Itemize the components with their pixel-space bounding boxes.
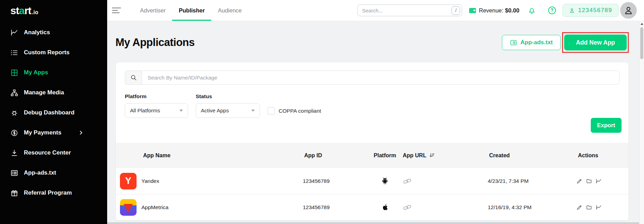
coppa-label: COPPA compliant: [279, 108, 321, 114]
sidebar-item-referral-program[interactable]: Referral Program: [0, 183, 107, 203]
wallet-icon: [469, 8, 476, 13]
sidebar-item-manage-media[interactable]: Manage Media: [0, 83, 107, 103]
logo-text-rest: rt: [24, 5, 31, 16]
platform-label: Platform: [125, 93, 188, 100]
app-ads-txt-button[interactable]: App-ads.txt: [502, 35, 561, 50]
revenue-indicator: Revenue: $0.00: [469, 7, 519, 14]
sidebar-item-custom-reports[interactable]: Custom Reports: [0, 43, 107, 63]
sidebar-item-label: Manage Media: [24, 89, 64, 96]
table-row[interactable]: Y Yandex 123456789 4/23/21, 7:34 PM: [116, 168, 628, 194]
actions-cell: [575, 204, 628, 211]
scrollbar-thumb[interactable]: [640, 27, 643, 59]
sort-descending-icon[interactable]: [429, 152, 435, 159]
created-cell: 4/23/21, 7:34 PM: [487, 178, 575, 184]
sidebar-item-analytics[interactable]: Analytics: [0, 22, 107, 43]
caret-down-icon: [251, 110, 255, 112]
android-icon: [381, 176, 389, 186]
app-url-cell: [399, 203, 487, 212]
sidebar-item-debug-dashboard[interactable]: Debug Dashboard: [0, 103, 107, 123]
scroll-up-arrow[interactable]: [640, 21, 644, 27]
logo-accent: a: [19, 5, 25, 16]
link-icon[interactable]: [402, 177, 487, 185]
tab-audience[interactable]: Audience: [211, 0, 248, 21]
caret-down-icon: [179, 110, 183, 112]
grid-icon: [10, 69, 18, 77]
logo-tld: .io: [32, 9, 38, 15]
column-header-app-id[interactable]: App ID: [302, 152, 371, 159]
tab-publisher[interactable]: Publisher: [172, 0, 211, 21]
coppa-checkbox[interactable]: [268, 107, 275, 114]
sidebar-item-app-ads-txt[interactable]: App-ads.txt: [0, 163, 107, 183]
platform-cell: [371, 203, 399, 212]
column-header-created[interactable]: Created: [487, 152, 575, 159]
gift-icon: [10, 189, 18, 197]
column-header-app-url[interactable]: App URL: [399, 152, 487, 159]
app-icon-yandex: Y: [120, 173, 137, 189]
sidebar-item-resource-center[interactable]: Resource Center: [0, 143, 107, 163]
apple-icon: [381, 203, 389, 212]
startio-logo[interactable]: start.io: [10, 5, 38, 17]
sidebar-item-label: Referral Program: [24, 189, 72, 196]
header-actions: App-ads.txt Add New App: [502, 32, 629, 53]
line-chart-icon: [10, 29, 18, 37]
export-row: Export: [123, 118, 622, 133]
sidebar-item-label: Resource Center: [24, 149, 71, 156]
vertical-scrollbar[interactable]: [639, 21, 644, 224]
avatar[interactable]: [620, 2, 637, 19]
notifications-bell-icon[interactable]: [528, 6, 536, 15]
folder-icon[interactable]: [586, 178, 592, 184]
filter-row: Platform All Platforms Status Active App…: [125, 93, 619, 118]
apps-search-input[interactable]: [142, 71, 619, 84]
user-id-button[interactable]: 123456789: [562, 4, 619, 17]
sidebar-item-my-apps[interactable]: My Apps: [0, 63, 107, 83]
platform-select[interactable]: All Platforms: [125, 103, 188, 118]
dollar-circle-icon: [10, 129, 18, 137]
status-selected-value: Active Apps: [201, 108, 229, 114]
list-icon: [10, 49, 18, 57]
download-icon: [10, 149, 18, 157]
horizontal-scrollbar[interactable]: [107, 222, 639, 224]
status-filter-group: Status Active Apps: [196, 93, 260, 118]
status-select[interactable]: Active Apps: [196, 103, 260, 118]
sidebar-item-my-payments[interactable]: My Payments: [0, 123, 107, 143]
edit-pencil-icon[interactable]: [576, 178, 582, 184]
applications-panel: Platform All Platforms Status Active App…: [115, 62, 629, 221]
logo-text: st: [10, 5, 19, 16]
app-icon-appmetrica: [120, 199, 137, 216]
folder-icon[interactable]: [586, 204, 592, 211]
actions-cell: [575, 178, 628, 184]
edit-pencil-icon[interactable]: [576, 204, 582, 211]
sidebar-nav: Analytics Custom Reports My Apps Manage …: [0, 22, 107, 203]
app-url-cell: [399, 177, 487, 185]
app-id-cell: 123456789: [302, 178, 371, 184]
bug-icon: [10, 109, 18, 117]
column-header-app-url-label: App URL: [403, 152, 426, 159]
sidebar-item-label: Custom Reports: [24, 49, 69, 56]
sidebar-item-label: My Payments: [24, 129, 62, 136]
list-box-icon: [10, 169, 18, 177]
tab-advertiser[interactable]: Advertiser: [133, 0, 172, 21]
status-label: Status: [196, 93, 260, 100]
stats-chart-icon[interactable]: [596, 178, 602, 184]
column-header-app-name[interactable]: App Name: [116, 152, 302, 159]
link-icon[interactable]: [402, 203, 487, 212]
revenue-amount: $0.00: [505, 7, 519, 14]
red-highlight-annotation: Add New App: [562, 32, 629, 53]
app-name: AppMetrica: [141, 204, 168, 211]
app-name-cell: Y Yandex: [116, 173, 302, 189]
chevron-right-icon: [79, 131, 83, 135]
sidebar-item-label: App-ads.txt: [24, 169, 56, 176]
menu-icon[interactable]: [112, 6, 121, 15]
app-name: Yandex: [141, 178, 159, 184]
stats-chart-icon[interactable]: [596, 204, 602, 211]
search-icon: [125, 71, 142, 84]
column-header-actions: Actions: [575, 152, 628, 159]
global-search-input[interactable]: [362, 8, 451, 13]
platform-cell: [371, 176, 399, 186]
help-icon[interactable]: [548, 6, 557, 15]
export-button[interactable]: Export: [591, 118, 622, 133]
platform-selected-value: All Platforms: [130, 108, 160, 114]
column-header-platform[interactable]: Platform: [371, 152, 399, 159]
add-new-app-button[interactable]: Add New App: [564, 35, 627, 50]
table-row[interactable]: AppMetrica 123456789 12/16/19, 4:32 PM: [116, 194, 628, 221]
